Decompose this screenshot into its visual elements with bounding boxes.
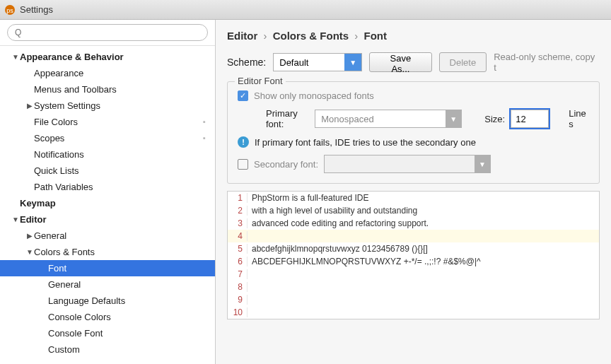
window-title: Settings bbox=[20, 4, 53, 15]
linespacing-label: Line s bbox=[569, 108, 589, 129]
scheme-value[interactable] bbox=[274, 54, 344, 71]
line-number: 10 bbox=[228, 307, 248, 317]
chevron-down-icon: ▼ bbox=[11, 53, 20, 61]
chevron-right-icon: ▶ bbox=[25, 232, 34, 240]
tree-item-notifications[interactable]: Notifications bbox=[0, 146, 215, 163]
crumb-2: Colors & Fonts bbox=[273, 30, 349, 42]
app-icon: ps bbox=[4, 4, 16, 16]
line-number: 8 bbox=[228, 282, 248, 292]
primary-font-value[interactable] bbox=[315, 110, 446, 127]
breadcrumb: Editor › Colors & Fonts › Font bbox=[216, 20, 611, 47]
crumb-3: Font bbox=[364, 30, 387, 42]
font-preview: 1PhpStorm is a full-featured IDE 2with a… bbox=[227, 191, 600, 319]
chevron-down-icon[interactable]: ▼ bbox=[344, 54, 361, 71]
line-number: 3 bbox=[228, 218, 248, 228]
tree-item-menus-toolbars[interactable]: Menus and Toolbars bbox=[0, 81, 215, 98]
tree-item-appearance[interactable]: Appearance bbox=[0, 65, 215, 81]
tree-item-font[interactable]: Font bbox=[0, 260, 215, 276]
tree-item-scopes[interactable]: Scopes▪ bbox=[0, 130, 215, 146]
scheme-label: Scheme: bbox=[227, 57, 266, 68]
tree-item-custom[interactable]: Custom bbox=[0, 341, 215, 358]
tree-item-keymap[interactable]: Keymap bbox=[0, 195, 215, 211]
settings-tree: ▼Appearance & Behavior Appearance Menus … bbox=[0, 46, 215, 364]
info-icon: ! bbox=[238, 136, 249, 148]
tree-item-file-colors[interactable]: File Colors▪ bbox=[0, 114, 215, 130]
tree-item-quick-lists[interactable]: Quick Lists bbox=[0, 163, 215, 179]
settings-detail-panel: Editor › Colors & Fonts › Font Scheme: ▼… bbox=[216, 20, 611, 364]
svg-text:ps: ps bbox=[6, 7, 13, 14]
secondary-font-label: Secondary font: bbox=[254, 159, 318, 170]
title-bar: ps Settings bbox=[0, 0, 611, 20]
tree-item-console-colors[interactable]: Console Colors bbox=[0, 309, 215, 325]
line-number: 4 bbox=[228, 231, 248, 241]
tree-item-language-defaults[interactable]: Language Defaults bbox=[0, 293, 215, 309]
chevron-right-icon: › bbox=[354, 30, 358, 42]
search-input[interactable] bbox=[7, 24, 208, 41]
tree-item-colors-fonts[interactable]: ▼Colors & Fonts bbox=[0, 244, 215, 260]
info-text: If primary font fails, IDE tries to use … bbox=[255, 137, 476, 148]
line-number: 6 bbox=[228, 257, 248, 266]
line-number: 9 bbox=[228, 295, 248, 305]
chevron-down-icon[interactable]: ▼ bbox=[475, 155, 490, 172]
line-number: 1 bbox=[228, 193, 248, 203]
tree-item-path-variables[interactable]: Path Variables bbox=[0, 179, 215, 195]
tree-item-cf-general[interactable]: General bbox=[0, 276, 215, 293]
show-monospaced-label: Show only monospaced fonts bbox=[254, 90, 374, 101]
tree-item-general[interactable]: ▶General bbox=[0, 228, 215, 244]
secondary-font-combo[interactable]: ▼ bbox=[324, 155, 491, 173]
line-number: 7 bbox=[228, 269, 248, 279]
show-monospaced-checkbox[interactable]: ✓ bbox=[238, 90, 248, 101]
chevron-right-icon: ▶ bbox=[25, 102, 34, 110]
chevron-down-icon: ▼ bbox=[11, 216, 20, 223]
line-number: 5 bbox=[228, 244, 248, 254]
editor-font-group: Editor Font ✓ Show only monospaced fonts… bbox=[227, 81, 600, 184]
size-input[interactable] bbox=[511, 110, 549, 128]
editor-font-legend: Editor Font bbox=[235, 76, 286, 86]
tree-item-appearance-behavior[interactable]: ▼Appearance & Behavior bbox=[0, 49, 215, 65]
crumb-1: Editor bbox=[227, 30, 257, 42]
secondary-font-checkbox[interactable] bbox=[238, 159, 248, 170]
tree-item-console-font[interactable]: Console Font bbox=[0, 325, 215, 341]
chevron-down-icon[interactable]: ▼ bbox=[446, 110, 461, 127]
tree-item-editor[interactable]: ▼Editor bbox=[0, 211, 215, 228]
size-label: Size: bbox=[484, 114, 505, 124]
project-icon: ▪ bbox=[199, 117, 209, 127]
delete-button: Delete bbox=[439, 52, 487, 72]
primary-font-label: Primary font: bbox=[266, 108, 309, 129]
chevron-right-icon: › bbox=[264, 30, 267, 42]
tree-item-system-settings[interactable]: ▶System Settings bbox=[0, 98, 215, 114]
settings-tree-panel: ▼Appearance & Behavior Appearance Menus … bbox=[0, 20, 216, 364]
chevron-down-icon: ▼ bbox=[25, 248, 34, 256]
scheme-combo[interactable]: ▼ bbox=[273, 53, 362, 71]
project-icon: ▪ bbox=[199, 134, 209, 143]
line-number: 2 bbox=[228, 206, 248, 216]
save-as-button[interactable]: Save As... bbox=[369, 52, 431, 72]
readonly-note: Read-only scheme, copy t bbox=[494, 52, 600, 73]
secondary-font-value bbox=[325, 155, 475, 172]
primary-font-combo[interactable]: ▼ bbox=[315, 110, 462, 128]
